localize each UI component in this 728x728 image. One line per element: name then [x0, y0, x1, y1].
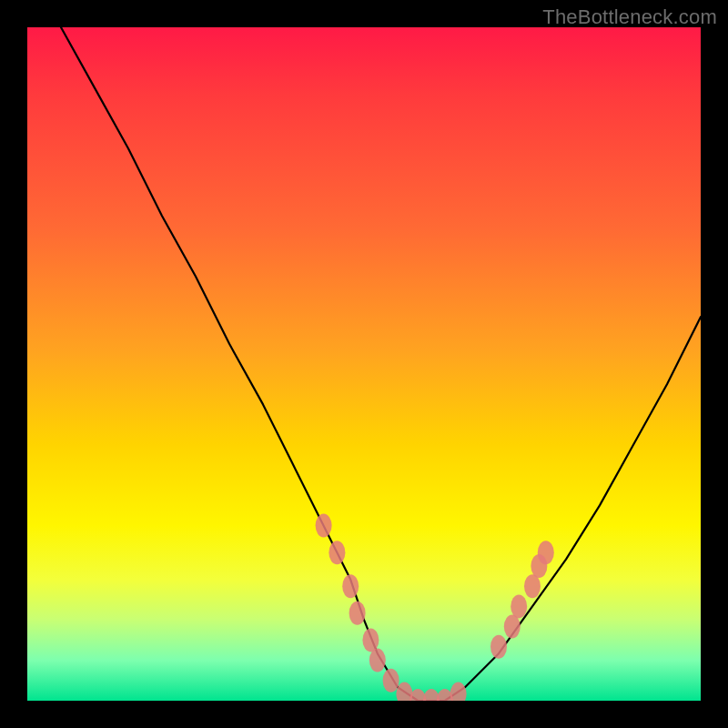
curve-marker — [538, 541, 554, 564]
curve-marker — [450, 682, 467, 701]
curve-marker — [369, 649, 386, 672]
curve-marker — [349, 602, 366, 625]
curve-marker — [329, 541, 345, 564]
curve-marker — [524, 574, 541, 598]
curve-marker — [504, 615, 521, 639]
curve-marker — [316, 514, 332, 538]
watermark-text: TheBottleneck.com — [542, 5, 717, 29]
bottleneck-curve — [61, 27, 701, 701]
curve-marker — [490, 635, 507, 659]
plot-area — [27, 27, 701, 701]
chart-frame: TheBottleneck.com — [0, 0, 728, 728]
curve-marker — [383, 669, 399, 693]
curve-marker — [362, 628, 379, 652]
curve-marker — [342, 574, 359, 598]
marker-group — [316, 514, 554, 701]
curve-svg — [27, 27, 701, 701]
curve-marker — [511, 594, 527, 618]
